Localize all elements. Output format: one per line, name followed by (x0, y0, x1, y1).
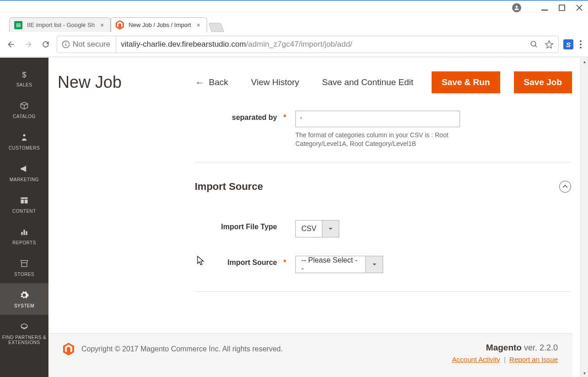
separated-by-label: separated by (232, 113, 277, 121)
required-star-icon: * (280, 113, 286, 122)
sidebar-item-sales[interactable]: $SALES (0, 62, 48, 94)
view-history-link[interactable]: View History (246, 77, 304, 87)
version-text: ver. 2.2.0 (524, 343, 558, 352)
profile-icon[interactable] (512, 3, 521, 12)
person-icon (19, 132, 30, 143)
gear-icon (19, 290, 30, 301)
import-source-select[interactable]: -- Please Select -- (295, 256, 383, 273)
content-icon (19, 195, 30, 206)
sidebar-item-customers[interactable]: CUSTOMERS (0, 125, 48, 157)
magento-icon (116, 21, 124, 29)
svg-text:$: $ (22, 70, 26, 79)
url-text: vitaliy-charlie.dev.firebearstudio.com/a… (121, 40, 352, 49)
scroll-down-icon[interactable]: ▾ (581, 369, 588, 377)
minimize-icon[interactable] (541, 5, 548, 11)
bars-icon (19, 226, 30, 237)
scroll-up-icon[interactable]: ▴ (581, 58, 588, 65)
svg-rect-13 (26, 231, 27, 235)
box-icon (19, 100, 30, 111)
new-tab-button[interactable] (208, 23, 224, 32)
sheets-icon: ▤ (14, 21, 22, 29)
megaphone-icon (19, 163, 30, 174)
brand-name: Magento (486, 343, 522, 352)
save-continue-link[interactable]: Save and Continue Edit (317, 77, 418, 87)
not-secure-label: Not secure (73, 40, 110, 49)
window-controls (0, 1, 588, 15)
svg-point-7 (23, 134, 26, 136)
tab-close-icon[interactable]: × (197, 22, 200, 29)
chevron-down-icon (322, 221, 339, 237)
sidebar-item-marketing[interactable]: MARKETING (0, 157, 48, 188)
magento-logo-icon (63, 343, 74, 355)
sidebar-item-catalog[interactable]: CATALOG (0, 94, 48, 125)
file-type-select[interactable]: CSV (295, 220, 339, 237)
back-button[interactable] (5, 38, 17, 51)
save-run-button[interactable]: Save & Run (432, 71, 500, 93)
chevron-up-icon (562, 184, 568, 189)
reload-button[interactable] (39, 38, 52, 51)
required-star-icon: * (280, 259, 286, 267)
sidebar-item-content[interactable]: CONTENT (0, 188, 48, 220)
page-title: New Job (58, 73, 122, 92)
browser-chrome: ▤ IIE import list - Google Sh × New Job … (0, 0, 588, 57)
zoom-icon[interactable] (530, 40, 538, 48)
sidebar-item-partners[interactable]: FIND PARTNERS & EXTENSIONS (0, 315, 48, 351)
maximize-icon[interactable] (559, 5, 565, 11)
account-activity-link[interactable]: Account Activity (452, 355, 500, 363)
separated-by-input[interactable] (295, 111, 460, 127)
svg-rect-8 (21, 197, 28, 199)
arrow-left-icon: ← (195, 77, 204, 88)
report-issue-link[interactable]: Report an Issue (509, 355, 558, 363)
svg-rect-0 (541, 10, 548, 11)
forward-button[interactable] (22, 38, 35, 51)
save-job-button[interactable]: Save Job (514, 71, 572, 93)
security-indicator[interactable]: Not secure (62, 36, 116, 53)
extension-s-icon[interactable]: S (563, 39, 573, 49)
sidebar-item-stores[interactable]: STORES (0, 252, 48, 283)
tab-close-icon[interactable]: × (100, 22, 104, 29)
chevron-down-icon (365, 256, 383, 273)
mouse-cursor-icon (197, 256, 205, 266)
svg-rect-12 (23, 230, 25, 235)
svg-rect-9 (21, 199, 24, 203)
sidebar-item-system[interactable]: SYSTEM (0, 283, 48, 315)
admin-sidebar: $SALES CATALOG CUSTOMERS MARKETING CONTE… (0, 58, 48, 377)
tab-strip: ▤ IIE import list - Google Sh × New Job … (0, 15, 588, 32)
tab-magento[interactable]: New Job / Jobs / Import × (111, 17, 207, 32)
back-link[interactable]: ← Back (191, 77, 233, 88)
svg-rect-10 (25, 199, 28, 203)
page-toolbar: New Job ← Back View History Save and Con… (48, 58, 580, 104)
svg-rect-1 (559, 5, 565, 11)
tab-label: New Job / Jobs / Import (128, 22, 191, 28)
svg-point-5 (531, 41, 536, 46)
collapse-toggle[interactable] (559, 181, 571, 193)
close-icon[interactable] (576, 5, 583, 11)
import-source-section-title: Import Source (195, 181, 263, 193)
svg-rect-4 (65, 43, 66, 43)
scrollbar[interactable]: ▴ ▾ (580, 58, 588, 377)
sidebar-item-reports[interactable]: REPORTS (0, 220, 48, 252)
copyright-text: Copyright © 2017 Magento Commerce Inc. A… (81, 345, 283, 353)
bookmark-star-icon[interactable] (545, 40, 554, 49)
svg-rect-3 (65, 44, 66, 46)
separated-by-help: The format of categories column in your … (295, 131, 469, 148)
address-row: Not secure vitaliy-charlie.dev.firebears… (0, 32, 588, 57)
file-type-label: Import File Type (221, 223, 277, 231)
import-source-label: Import Source (228, 259, 277, 266)
svg-rect-11 (21, 232, 22, 235)
tab-google-sheets[interactable]: ▤ IIE import list - Google Sh × (9, 17, 111, 32)
store-icon (19, 258, 30, 269)
partners-icon (19, 321, 30, 332)
browser-menu-icon[interactable] (578, 38, 583, 50)
dollar-icon: $ (19, 69, 30, 80)
address-bar[interactable]: Not secure vitaliy-charlie.dev.firebears… (57, 36, 559, 53)
tab-label: IIE import list - Google Sh (27, 22, 95, 28)
page-footer: Copyright © 2017 Magento Commerce Inc. A… (48, 333, 572, 377)
